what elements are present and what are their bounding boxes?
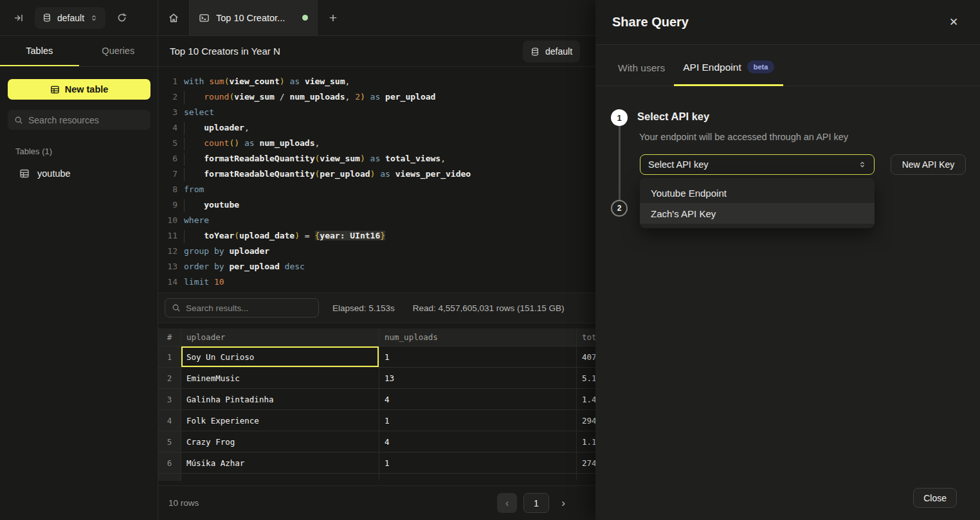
line-number: 5	[163, 136, 177, 151]
prev-page-button[interactable]: ‹	[497, 493, 517, 513]
code-line-8: 8from	[158, 182, 608, 197]
table-row: 4Folk Experience1294	[158, 410, 608, 431]
code-text: youtube	[184, 197, 239, 213]
cell-uploader[interactable]: Músika Azhar	[181, 453, 379, 474]
query-database-selector[interactable]: default	[523, 40, 580, 62]
tab-tables[interactable]: Tables	[0, 36, 79, 66]
step-2-circle: 2	[611, 200, 628, 217]
line-number: 6	[163, 151, 177, 166]
tab-api-endpoint-label: API Endpoint	[683, 62, 741, 73]
api-key-select-value: Select API key	[648, 159, 709, 170]
row-number: 3	[158, 389, 181, 410]
refresh-icon[interactable]	[112, 8, 131, 28]
results-table: # uploader num_uploads total_views 1Soy …	[158, 328, 608, 481]
code-text: round(view_sum / num_uploads, 2) as per_…	[184, 89, 435, 105]
table-grid-icon	[50, 85, 60, 94]
table-row-partial	[158, 474, 608, 481]
row-number: 6	[158, 453, 181, 474]
close-button[interactable]: Close	[913, 488, 957, 508]
code-text: formatReadableQuantity(per_upload) as vi…	[184, 166, 471, 182]
share-tabs: With users API Endpoint beta	[595, 45, 980, 86]
sql-editor[interactable]: 1with sum(view_count) as view_sum,2round…	[158, 67, 608, 292]
cell-empty	[158, 474, 181, 481]
table-body: 1Soy Un Curioso14072EminemMusic135.13Gal…	[158, 346, 608, 481]
search-icon	[14, 116, 23, 125]
cell-num-uploads[interactable]: 13	[379, 368, 577, 389]
cell-uploader[interactable]: Crazy Frog	[181, 431, 379, 453]
tab-label: Top 10 Creator...	[216, 13, 285, 23]
code-line-13: 13order by per_upload desc	[158, 259, 608, 274]
line-number: 11	[163, 228, 177, 244]
table-row: 3Galinha Pintadinha41.4	[158, 389, 608, 410]
current-page-button[interactable]: 1	[523, 493, 549, 513]
resource-search-input[interactable]	[28, 115, 144, 125]
table-header-row: # uploader num_uploads total_views	[158, 328, 608, 346]
share-query-panel: Share Query ✕ With users API Endpoint be…	[595, 0, 980, 520]
read-stat: Read: 4,557,605,031 rows (151.15 GB)	[413, 303, 565, 313]
new-table-label: New table	[65, 84, 109, 94]
sidebar-item-youtube[interactable]: youtube	[0, 164, 158, 183]
tab-top-10-creators[interactable]: Top 10 Creator...	[189, 0, 318, 35]
cell-uploader[interactable]: Galinha Pintadinha	[181, 389, 379, 410]
results-toolbar: Elapsed: 5.153s Read: 4,557,605,031 rows…	[158, 292, 608, 323]
code-text: count() as num_uploads,	[184, 136, 320, 151]
tab-api-endpoint[interactable]: API Endpoint beta	[674, 61, 783, 86]
step-1-description: Your endpoint will be accessed through a…	[639, 132, 848, 142]
next-page-button[interactable]: ›	[556, 493, 571, 513]
cell-num-uploads[interactable]: 1	[379, 346, 577, 368]
api-key-select[interactable]: Select API key	[640, 154, 875, 175]
code-line-9: 9youtube	[158, 197, 608, 213]
code-text: from	[184, 182, 204, 197]
code-line-5: 5count() as num_uploads,	[158, 136, 608, 151]
code-line-14: 14limit 10	[158, 274, 608, 290]
code-line-3: 3select	[158, 105, 608, 120]
column-header-num-uploads[interactable]: num_uploads	[379, 328, 577, 346]
code-line-6: 6formatReadableQuantity(view_sum) as tot…	[158, 151, 608, 166]
column-header-uploader[interactable]: uploader	[181, 328, 379, 346]
cell-uploader[interactable]: EminemMusic	[181, 368, 379, 389]
new-table-button[interactable]: New table	[8, 79, 150, 100]
database-icon	[42, 13, 51, 22]
cell-num-uploads[interactable]: 4	[379, 389, 577, 410]
line-number: 13	[163, 259, 177, 274]
query-title: Top 10 Creators in Year N	[170, 46, 280, 57]
elapsed-stat: Elapsed: 5.153s	[332, 303, 395, 313]
code-text: toYear(upload_date) = {year: UInt16}	[184, 228, 385, 244]
new-api-key-button[interactable]: New API Key	[891, 154, 966, 175]
code-line-1: 1with sum(view_count) as view_sum,	[158, 74, 608, 89]
step-1-circle: 1	[611, 109, 628, 126]
code-text: order by per_upload desc	[184, 259, 305, 274]
results-search	[165, 298, 319, 318]
tab-with-users[interactable]: With users	[609, 62, 674, 86]
database-selector[interactable]: default	[35, 7, 105, 29]
results-search-input[interactable]	[186, 303, 312, 313]
line-number: 2	[163, 89, 177, 105]
api-key-option[interactable]: Zach's API Key	[640, 203, 875, 224]
cell-uploader[interactable]: Soy Un Curioso	[181, 346, 379, 368]
tab-queries[interactable]: Queries	[79, 36, 158, 66]
search-icon	[172, 303, 181, 312]
cell-uploader[interactable]: Folk Experience	[181, 410, 379, 431]
line-number: 1	[163, 74, 177, 89]
row-number: 5	[158, 431, 181, 453]
row-number: 4	[158, 410, 181, 431]
rows-count: 10 rows	[168, 498, 199, 508]
line-number: 8	[163, 182, 177, 197]
cell-num-uploads[interactable]: 1	[379, 410, 577, 431]
api-key-option[interactable]: Youtube Endpoint	[640, 183, 875, 203]
code-line-12: 12group by uploader	[158, 244, 608, 259]
step-connector	[619, 126, 621, 200]
line-number: 9	[163, 197, 177, 213]
new-tab-button[interactable]: +	[318, 0, 349, 35]
column-header-index: #	[158, 328, 181, 346]
code-line-2: 2round(view_sum / num_uploads, 2) as per…	[158, 89, 608, 105]
sidebar: Tables Queries New table Tables (1) yout…	[0, 36, 158, 520]
code-line-7: 7formatReadableQuantity(per_upload) as v…	[158, 166, 608, 182]
sidebar-collapse-icon[interactable]	[9, 8, 28, 28]
cell-num-uploads[interactable]: 4	[379, 431, 577, 453]
tables-section-label: Tables (1)	[15, 147, 158, 156]
close-icon[interactable]: ✕	[944, 13, 963, 32]
cell-num-uploads[interactable]: 1	[379, 453, 577, 474]
home-icon[interactable]	[158, 0, 189, 35]
code-line-11: 11toYear(upload_date) = {year: UInt16}	[158, 228, 608, 244]
